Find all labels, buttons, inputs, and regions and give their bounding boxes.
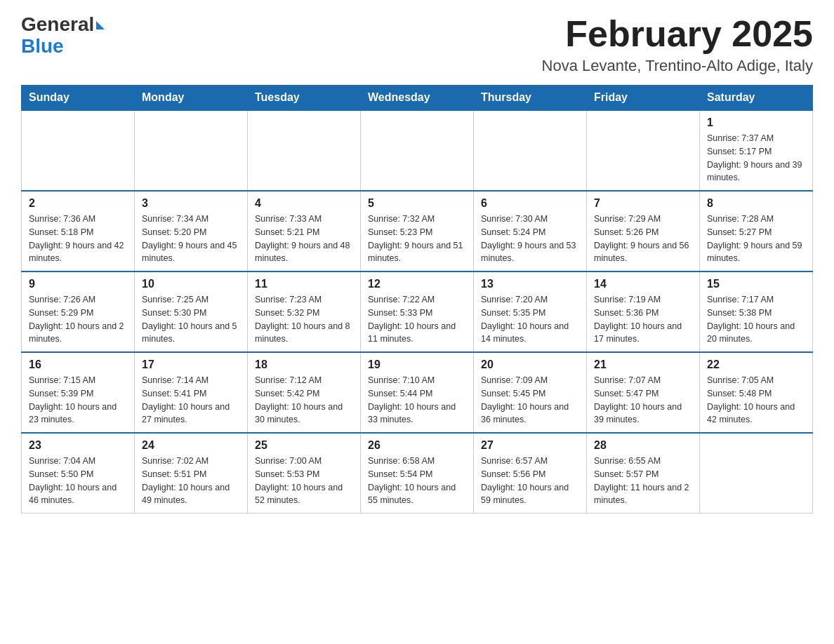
day-number: 7 xyxy=(594,197,692,210)
day-info: Sunrise: 7:12 AM Sunset: 5:42 PM Dayligh… xyxy=(255,374,353,427)
day-of-week-header: Wednesday xyxy=(361,86,474,111)
day-info: Sunrise: 7:14 AM Sunset: 5:41 PM Dayligh… xyxy=(142,374,240,427)
day-of-week-header: Tuesday xyxy=(248,86,361,111)
day-info: Sunrise: 7:09 AM Sunset: 5:45 PM Dayligh… xyxy=(481,374,579,427)
day-number: 21 xyxy=(594,358,692,371)
day-number: 20 xyxy=(481,358,579,371)
calendar-header-row: SundayMondayTuesdayWednesdayThursdayFrid… xyxy=(22,86,813,111)
day-number: 2 xyxy=(29,197,127,210)
calendar-day-cell xyxy=(361,110,474,191)
day-number: 23 xyxy=(29,439,127,452)
day-number: 24 xyxy=(142,439,240,452)
calendar-day-cell xyxy=(700,433,813,514)
day-info: Sunrise: 7:26 AM Sunset: 5:29 PM Dayligh… xyxy=(29,293,127,346)
calendar-day-cell: 27Sunrise: 6:57 AM Sunset: 5:56 PM Dayli… xyxy=(474,433,587,514)
calendar-day-cell xyxy=(248,110,361,191)
calendar-day-cell: 21Sunrise: 7:07 AM Sunset: 5:47 PM Dayli… xyxy=(587,352,700,433)
day-number: 6 xyxy=(481,197,579,210)
day-number: 17 xyxy=(142,358,240,371)
day-info: Sunrise: 7:20 AM Sunset: 5:35 PM Dayligh… xyxy=(481,293,579,346)
calendar-day-cell: 24Sunrise: 7:02 AM Sunset: 5:51 PM Dayli… xyxy=(135,433,248,514)
logo-line1: General xyxy=(21,14,105,36)
calendar-day-cell xyxy=(587,110,700,191)
day-number: 14 xyxy=(594,278,692,290)
calendar-day-cell: 23Sunrise: 7:04 AM Sunset: 5:50 PM Dayli… xyxy=(22,433,135,514)
day-info: Sunrise: 6:55 AM Sunset: 5:57 PM Dayligh… xyxy=(594,455,692,507)
day-info: Sunrise: 7:29 AM Sunset: 5:26 PM Dayligh… xyxy=(594,213,692,265)
day-info: Sunrise: 7:22 AM Sunset: 5:33 PM Dayligh… xyxy=(368,293,466,346)
calendar-day-cell: 26Sunrise: 6:58 AM Sunset: 5:54 PM Dayli… xyxy=(361,433,474,514)
day-number: 15 xyxy=(707,278,805,290)
calendar-week-row: 9Sunrise: 7:26 AM Sunset: 5:29 PM Daylig… xyxy=(22,271,813,352)
calendar-day-cell: 6Sunrise: 7:30 AM Sunset: 5:24 PM Daylig… xyxy=(474,191,587,271)
day-of-week-header: Saturday xyxy=(700,86,813,111)
calendar-day-cell: 14Sunrise: 7:19 AM Sunset: 5:36 PM Dayli… xyxy=(587,271,700,352)
day-number: 28 xyxy=(594,439,692,452)
calendar-week-row: 1Sunrise: 7:37 AM Sunset: 5:17 PM Daylig… xyxy=(22,110,813,191)
day-info: Sunrise: 7:04 AM Sunset: 5:50 PM Dayligh… xyxy=(29,455,127,507)
day-number: 18 xyxy=(255,358,353,371)
calendar-day-cell xyxy=(135,110,248,191)
day-info: Sunrise: 7:37 AM Sunset: 5:17 PM Dayligh… xyxy=(707,132,805,185)
calendar-week-row: 23Sunrise: 7:04 AM Sunset: 5:50 PM Dayli… xyxy=(22,433,813,514)
day-number: 8 xyxy=(707,197,805,210)
calendar-day-cell: 18Sunrise: 7:12 AM Sunset: 5:42 PM Dayli… xyxy=(248,352,361,433)
calendar-day-cell: 2Sunrise: 7:36 AM Sunset: 5:18 PM Daylig… xyxy=(22,191,135,271)
day-info: Sunrise: 7:02 AM Sunset: 5:51 PM Dayligh… xyxy=(142,455,240,507)
day-number: 10 xyxy=(142,278,240,290)
location-title: Nova Levante, Trentino-Alto Adige, Italy xyxy=(542,57,813,75)
day-info: Sunrise: 7:05 AM Sunset: 5:48 PM Dayligh… xyxy=(707,374,805,427)
day-number: 13 xyxy=(481,278,579,290)
title-section: February 2025 Nova Levante, Trentino-Alt… xyxy=(542,14,813,75)
day-of-week-header: Sunday xyxy=(22,86,135,111)
calendar-day-cell: 1Sunrise: 7:37 AM Sunset: 5:17 PM Daylig… xyxy=(700,110,813,191)
day-number: 16 xyxy=(29,358,127,371)
calendar-day-cell: 16Sunrise: 7:15 AM Sunset: 5:39 PM Dayli… xyxy=(22,352,135,433)
calendar-day-cell: 10Sunrise: 7:25 AM Sunset: 5:30 PM Dayli… xyxy=(135,271,248,352)
calendar-day-cell: 9Sunrise: 7:26 AM Sunset: 5:29 PM Daylig… xyxy=(22,271,135,352)
day-info: Sunrise: 7:34 AM Sunset: 5:20 PM Dayligh… xyxy=(142,213,240,265)
day-number: 26 xyxy=(368,439,466,452)
logo-general-text: General xyxy=(21,13,94,35)
calendar-day-cell: 11Sunrise: 7:23 AM Sunset: 5:32 PM Dayli… xyxy=(248,271,361,352)
calendar-day-cell: 15Sunrise: 7:17 AM Sunset: 5:38 PM Dayli… xyxy=(700,271,813,352)
day-info: Sunrise: 7:28 AM Sunset: 5:27 PM Dayligh… xyxy=(707,213,805,265)
day-info: Sunrise: 7:00 AM Sunset: 5:53 PM Dayligh… xyxy=(255,455,353,507)
logo-triangle-icon xyxy=(96,21,105,29)
day-info: Sunrise: 7:30 AM Sunset: 5:24 PM Dayligh… xyxy=(481,213,579,265)
calendar-day-cell: 20Sunrise: 7:09 AM Sunset: 5:45 PM Dayli… xyxy=(474,352,587,433)
day-info: Sunrise: 7:17 AM Sunset: 5:38 PM Dayligh… xyxy=(707,293,805,346)
calendar-day-cell: 28Sunrise: 6:55 AM Sunset: 5:57 PM Dayli… xyxy=(587,433,700,514)
day-number: 12 xyxy=(368,278,466,290)
day-info: Sunrise: 7:25 AM Sunset: 5:30 PM Dayligh… xyxy=(142,293,240,346)
day-info: Sunrise: 7:07 AM Sunset: 5:47 PM Dayligh… xyxy=(594,374,692,427)
day-info: Sunrise: 6:58 AM Sunset: 5:54 PM Dayligh… xyxy=(368,455,466,507)
day-info: Sunrise: 7:15 AM Sunset: 5:39 PM Dayligh… xyxy=(29,374,127,427)
day-of-week-header: Monday xyxy=(135,86,248,111)
day-number: 11 xyxy=(255,278,353,290)
calendar-week-row: 16Sunrise: 7:15 AM Sunset: 5:39 PM Dayli… xyxy=(22,352,813,433)
logo-line2: Blue xyxy=(21,36,105,58)
day-number: 27 xyxy=(481,439,579,452)
day-number: 4 xyxy=(255,197,353,210)
day-info: Sunrise: 7:33 AM Sunset: 5:21 PM Dayligh… xyxy=(255,213,353,265)
day-info: Sunrise: 7:10 AM Sunset: 5:44 PM Dayligh… xyxy=(368,374,466,427)
day-number: 19 xyxy=(368,358,466,371)
calendar-day-cell: 17Sunrise: 7:14 AM Sunset: 5:41 PM Dayli… xyxy=(135,352,248,433)
page-header: General Blue February 2025 Nova Levante,… xyxy=(21,14,813,75)
calendar-day-cell xyxy=(22,110,135,191)
day-info: Sunrise: 6:57 AM Sunset: 5:56 PM Dayligh… xyxy=(481,455,579,507)
calendar-week-row: 2Sunrise: 7:36 AM Sunset: 5:18 PM Daylig… xyxy=(22,191,813,271)
day-of-week-header: Thursday xyxy=(474,86,587,111)
calendar-day-cell: 4Sunrise: 7:33 AM Sunset: 5:21 PM Daylig… xyxy=(248,191,361,271)
day-info: Sunrise: 7:32 AM Sunset: 5:23 PM Dayligh… xyxy=(368,213,466,265)
calendar-day-cell: 22Sunrise: 7:05 AM Sunset: 5:48 PM Dayli… xyxy=(700,352,813,433)
calendar-day-cell: 7Sunrise: 7:29 AM Sunset: 5:26 PM Daylig… xyxy=(587,191,700,271)
logo-blue-text: Blue xyxy=(21,35,64,57)
day-number: 3 xyxy=(142,197,240,210)
calendar-day-cell: 13Sunrise: 7:20 AM Sunset: 5:35 PM Dayli… xyxy=(474,271,587,352)
day-of-week-header: Friday xyxy=(587,86,700,111)
calendar-table: SundayMondayTuesdayWednesdayThursdayFrid… xyxy=(21,85,813,514)
calendar-day-cell: 3Sunrise: 7:34 AM Sunset: 5:20 PM Daylig… xyxy=(135,191,248,271)
day-number: 5 xyxy=(368,197,466,210)
